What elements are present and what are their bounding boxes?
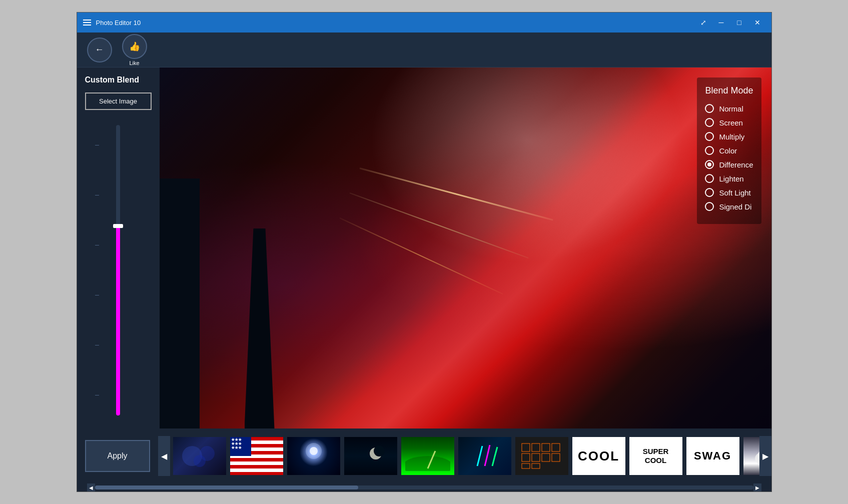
thumb-neon[interactable] (457, 436, 512, 476)
blend-label-screen: Screen (719, 118, 743, 127)
scrollbar-left-button[interactable]: ◀ (87, 484, 95, 492)
app-title: Photo Editor 10 (96, 19, 690, 26)
radio-color[interactable] (705, 146, 714, 155)
title-bar: Photo Editor 10 ⤢ ─ □ ✕ (77, 12, 771, 32)
blend-option-normal[interactable]: Normal (705, 104, 753, 113)
blend-label-lighten: Lighten (719, 174, 743, 183)
hamburger-icon[interactable] (83, 20, 91, 26)
scrollbar: ◀ ▶ (77, 484, 771, 492)
like-label: Like (129, 60, 139, 66)
thumb-cool[interactable]: COOL (571, 436, 626, 476)
svg-rect-11 (542, 444, 550, 452)
thumb-preview: SUPERCOOL (629, 437, 682, 475)
thumb-clouds[interactable] (742, 436, 759, 476)
svg-point-7 (405, 456, 450, 471)
slider-fill (116, 226, 120, 416)
thumb-preview (401, 437, 454, 475)
thumb-swag[interactable]: SWAG (685, 436, 740, 476)
window-controls: ⤢ ─ □ ✕ (695, 16, 765, 30)
radio-soft-light[interactable] (705, 188, 714, 197)
apply-button[interactable]: Apply (85, 440, 150, 472)
thumb-preview (287, 437, 340, 475)
opacity-slider[interactable] (116, 125, 120, 416)
svg-point-6 (374, 446, 385, 456)
thumb-preview: SWAG (686, 437, 739, 475)
svg-rect-12 (552, 444, 560, 452)
minimize-button[interactable]: ─ (713, 16, 729, 30)
blend-option-soft-light[interactable]: Soft Light (705, 188, 753, 197)
radio-multiply[interactable] (705, 132, 714, 141)
thumb-grid[interactable] (514, 436, 569, 476)
blend-mode-title: Blend Mode (705, 86, 753, 96)
radio-normal[interactable] (705, 104, 714, 113)
blend-option-lighten[interactable]: Lighten (705, 174, 753, 183)
scrollbar-track[interactable] (95, 486, 753, 490)
thumbnails-container: ★★★★★★★★★ (170, 436, 759, 476)
radio-screen[interactable] (705, 118, 714, 127)
like-container: 👍 Like (122, 34, 147, 66)
tree-far-left (160, 178, 200, 428)
back-icon: ← (95, 44, 104, 55)
svg-point-2 (194, 455, 206, 467)
blend-label-difference: Difference (719, 160, 753, 169)
blend-option-difference[interactable]: Difference (705, 160, 753, 169)
blend-label-multiply: Multiply (719, 132, 744, 141)
thumb-preview: COOL (572, 437, 625, 475)
maximize-button[interactable]: □ (731, 16, 747, 30)
left-panel: Custom Blend Select Image (77, 68, 160, 428)
slider-container (85, 120, 152, 420)
blend-option-screen[interactable]: Screen (705, 118, 753, 127)
radio-difference[interactable] (705, 160, 714, 169)
thumb-preview (743, 437, 759, 475)
thumb-preview (515, 437, 568, 475)
scrollbar-thumb (95, 486, 358, 490)
blend-mode-panel: Blend Mode NormalScreenMultiplyColorDiff… (697, 78, 761, 224)
thumb-green[interactable] (400, 436, 455, 476)
blend-label-normal: Normal (719, 104, 743, 113)
slider-thumb[interactable] (113, 224, 123, 228)
blend-label-signed-di: Signed Di (719, 202, 751, 211)
svg-rect-14 (532, 454, 540, 462)
svg-rect-10 (532, 444, 540, 452)
blend-label-soft-light: Soft Light (719, 188, 750, 197)
blend-option-signed-di[interactable]: Signed Di (705, 202, 753, 211)
back-button[interactable]: ← (87, 38, 112, 62)
thumb-preview (173, 437, 226, 475)
app-window: Photo Editor 10 ⤢ ─ □ ✕ ← 👍 Like Custom … (77, 12, 772, 492)
scroll-left-button[interactable]: ◀ (158, 436, 170, 476)
blend-option-multiply[interactable]: Multiply (705, 132, 753, 141)
fullscreen-button[interactable]: ⤢ (695, 16, 711, 30)
panel-title: Custom Blend (85, 76, 152, 84)
close-button[interactable]: ✕ (749, 16, 765, 30)
thumb-preview: ★★★★★★★★★ (230, 437, 283, 475)
svg-rect-9 (522, 444, 530, 452)
svg-rect-13 (522, 454, 530, 462)
scroll-right-button[interactable]: ▶ (759, 436, 771, 476)
radio-signed-di[interactable] (705, 202, 714, 211)
svg-rect-17 (522, 464, 530, 468)
like-button[interactable]: 👍 (122, 34, 147, 59)
thumb-flag[interactable]: ★★★★★★★★★ (229, 436, 284, 476)
svg-rect-15 (542, 454, 550, 462)
blend-option-color[interactable]: Color (705, 146, 753, 155)
scrollbar-right-button[interactable]: ▶ (753, 484, 761, 492)
thumb-moon[interactable] (343, 436, 398, 476)
thumb-supercool[interactable]: SUPERCOOL (628, 436, 683, 476)
radio-lighten[interactable] (705, 174, 714, 183)
image-area: Blend Mode NormalScreenMultiplyColorDiff… (160, 68, 771, 428)
select-image-button[interactable]: Select Image (85, 92, 152, 110)
thumb-blue-flowers[interactable] (172, 436, 227, 476)
thumb-night-lights[interactable] (286, 436, 341, 476)
slider-ticks (95, 120, 99, 420)
swag-text: SWAG (694, 450, 731, 462)
toolbar: ← 👍 Like (77, 32, 771, 68)
thumb-preview (344, 437, 397, 475)
photo-background (160, 68, 771, 428)
blend-options-list: NormalScreenMultiplyColorDifferenceLight… (705, 104, 753, 211)
svg-point-4 (306, 443, 322, 459)
svg-point-20 (755, 452, 759, 466)
like-icon: 👍 (129, 41, 140, 52)
main-content: Custom Blend Select Image (77, 68, 771, 428)
thumb-preview (458, 437, 511, 475)
svg-rect-18 (532, 464, 540, 468)
